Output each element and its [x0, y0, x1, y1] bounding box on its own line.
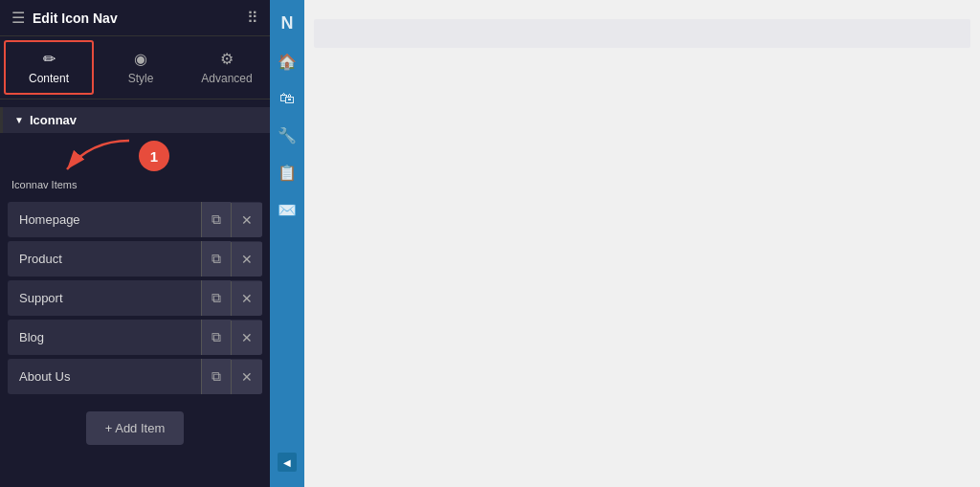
tab-advanced-label: Advanced — [201, 72, 252, 85]
nav-item-blog-duplicate[interactable]: ⧉ — [201, 320, 231, 355]
style-tab-icon: ◉ — [134, 50, 147, 68]
tab-style[interactable]: ◉ Style — [98, 36, 184, 99]
tab-advanced[interactable]: ⚙ Advanced — [184, 36, 270, 99]
blue-sidebar: N 🏠 🛍 🔧 📋 ✉️ ◀ — [270, 0, 304, 487]
nav-item-homepage-label: Homepage — [8, 203, 201, 236]
tabs-row: ✏ Content ◉ Style ⚙ Advanced — [0, 36, 270, 100]
nav-item-aboutus: About Us ⧉ ✕ — [8, 359, 262, 394]
left-panel: ☰ Edit Icon Nav ⠿ ✏ Content ◉ Style ⚙ Ad… — [0, 0, 270, 487]
preview-bar — [314, 19, 970, 48]
nav-item-blog: Blog ⧉ ✕ — [8, 320, 262, 355]
nav-item-product-duplicate[interactable]: ⧉ — [201, 241, 231, 277]
nav-item-product: Product ⧉ ✕ — [8, 241, 262, 277]
nav-item-support-duplicate[interactable]: ⧉ — [201, 280, 231, 316]
step-badge: 1 — [139, 141, 169, 171]
content-tab-icon: ✏ — [43, 50, 56, 68]
advanced-tab-icon: ⚙ — [220, 50, 234, 68]
tab-style-label: Style — [128, 72, 154, 85]
section-title: Iconnav — [30, 113, 77, 127]
blue-mail-icon[interactable]: ✉️ — [272, 195, 302, 225]
section-header: ▼ Iconnav — [0, 107, 270, 133]
hamburger-icon[interactable]: ☰ — [11, 9, 25, 27]
collapse-panel-button[interactable]: ◀ — [278, 453, 297, 472]
nav-item-support-delete[interactable]: ✕ — [231, 281, 262, 316]
section-collapse-arrow[interactable]: ▼ — [14, 115, 24, 125]
tab-content-label: Content — [29, 72, 69, 85]
nav-item-blog-label: Blog — [8, 321, 201, 354]
panel-title: Edit Icon Nav — [33, 11, 118, 26]
main-content — [304, 0, 980, 487]
nav-item-homepage-duplicate[interactable]: ⧉ — [201, 202, 231, 237]
nav-item-product-delete[interactable]: ✕ — [231, 242, 262, 277]
nav-item-homepage-delete[interactable]: ✕ — [231, 203, 262, 237]
nav-item-aboutus-label: About Us — [8, 360, 201, 393]
nav-item-product-label: Product — [8, 242, 201, 276]
blue-n-icon[interactable]: N — [276, 8, 300, 39]
blue-home-icon[interactable]: 🏠 — [272, 47, 302, 77]
header-left: ☰ Edit Icon Nav — [11, 9, 118, 27]
nav-item-blog-delete[interactable]: ✕ — [231, 321, 262, 355]
grid-icon[interactable]: ⠿ — [247, 9, 258, 27]
add-item-button[interactable]: + Add Item — [86, 411, 185, 445]
nav-item-homepage: Homepage ⧉ ✕ — [8, 202, 262, 237]
nav-item-aboutus-duplicate[interactable]: ⧉ — [201, 359, 231, 394]
panel-header: ☰ Edit Icon Nav ⠿ — [0, 0, 270, 36]
nav-item-aboutus-delete[interactable]: ✕ — [231, 360, 262, 394]
blue-wrench-icon[interactable]: 🔧 — [272, 121, 302, 150]
nav-item-support: Support ⧉ ✕ — [8, 280, 262, 316]
blue-doc-icon[interactable]: 📋 — [272, 158, 302, 188]
nav-item-support-label: Support — [8, 281, 201, 315]
tab-content[interactable]: ✏ Content — [4, 40, 94, 95]
panel-content: ▼ Iconnav 1 — [0, 100, 270, 487]
blue-bag-icon[interactable]: 🛍 — [274, 84, 301, 113]
